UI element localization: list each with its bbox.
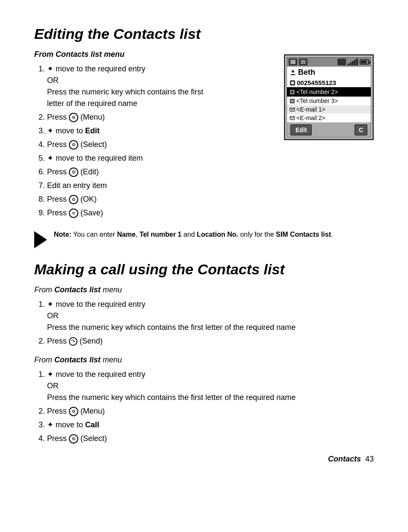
- step-5: ✦ move to the required item: [47, 153, 267, 164]
- s2b-step-1: ✦ move to the required entry OR Press th…: [47, 369, 374, 403]
- note-name: Name: [117, 231, 136, 238]
- entry-tel3: <Tel number 3>: [296, 97, 338, 104]
- nav-icon-3: ✦: [47, 126, 53, 135]
- entry-email2: <E-mail 2>: [296, 115, 325, 121]
- page: Editing the Contacts list From Contacts …: [0, 0, 408, 481]
- s2b-step-1-or: OR: [47, 382, 59, 390]
- nav-icon-s2b-3: ✦: [47, 420, 53, 429]
- bar5: [356, 59, 358, 65]
- phone-c-btn: C: [355, 124, 367, 135]
- phone-entry-email1: <E-mail 1>: [287, 105, 371, 114]
- phone-inner: Beth 00254555123 <Tel number 2> <Tel num…: [287, 57, 371, 138]
- step-1-alt: Press the numeric key which contains the…: [47, 88, 203, 108]
- status-right: [337, 59, 369, 65]
- menu-btn: ⊙: [69, 113, 78, 122]
- phone-entry-tel2: <Tel number 2>: [287, 87, 371, 97]
- call-bold: Call: [85, 420, 99, 429]
- status-icon1: [289, 59, 297, 65]
- s2b-step-4: Press ⊙ (Select): [47, 433, 374, 444]
- nav-icon-1: ✦: [47, 65, 53, 73]
- entry-tel2: <Tel number 2>: [296, 88, 338, 95]
- s2-step-2: Press ↷ (Send): [47, 335, 374, 347]
- step-6: Press ⊙ (Edit): [47, 166, 267, 178]
- section1-steps: From Contacts list menu ✦ move to the re…: [34, 50, 267, 221]
- bar4: [354, 60, 356, 65]
- nav-icon-s2-1: ✦: [47, 300, 53, 309]
- section2-title: Making a call using the Contacts list: [34, 261, 374, 278]
- nav-icon-s2b-1: ✦: [47, 370, 53, 379]
- note-tel: Tel number 1: [139, 231, 181, 238]
- phone-number-row: 00254555123: [287, 78, 371, 87]
- page-footer: Contacts 43: [328, 455, 374, 464]
- step-2: Press ⊙ (Menu): [47, 112, 267, 123]
- s2b-step-3: ✦ move to Call: [47, 419, 374, 431]
- step-4: Press ⊙ (Select): [47, 139, 267, 150]
- bar2: [350, 62, 352, 65]
- status-icon3: [337, 59, 346, 65]
- s2-step-1: ✦ move to the required entry OR Press th…: [47, 299, 374, 333]
- svg-point-0: [292, 70, 294, 73]
- step-8: Press ⊙ (OK): [47, 194, 267, 205]
- footer-label: Contacts: [328, 455, 361, 464]
- ok-btn: ⊙: [69, 195, 78, 204]
- phone-bottom-bar: Edit C: [287, 123, 371, 137]
- note-sim: SIM Contacts list: [276, 231, 331, 238]
- section1-title: Editing the Contacts list: [34, 26, 374, 42]
- signal-bars: [348, 59, 358, 65]
- status-left: [289, 59, 307, 65]
- svg-rect-4: [291, 91, 294, 93]
- note-label: Note:: [54, 231, 71, 238]
- email-icon2: [290, 115, 295, 121]
- step-7: Edit an entry item: [47, 180, 267, 191]
- edit-btn: ⊙: [69, 168, 78, 177]
- s2-step-1-alt: Press the numeric key which contains the…: [47, 323, 296, 332]
- entry-email1: <E-mail 1>: [296, 106, 325, 113]
- save-btn: ⊜: [69, 209, 78, 218]
- phone-status-bar: [287, 57, 371, 67]
- person-icon: [290, 69, 296, 76]
- edit-bold: Edit: [85, 126, 100, 135]
- s2b-step-2: Press ⊙ (Menu): [47, 406, 374, 417]
- battery-icon: [360, 59, 369, 65]
- section2: Making a call using the Contacts list Fr…: [34, 261, 374, 444]
- section1-from-menu: From Contacts list menu: [34, 50, 267, 59]
- note-loc: Location No.: [197, 231, 238, 238]
- section2-sub2-steps: ✦ move to the required entry OR Press th…: [34, 369, 374, 444]
- nav-icon-5: ✦: [47, 154, 53, 162]
- note-box: Note: You can enter Name, Tel number 1 a…: [34, 229, 374, 248]
- s2b-step-1-alt: Press the numeric key which contains the…: [47, 393, 296, 402]
- note-text: Note: You can enter Name, Tel number 1 a…: [54, 229, 333, 240]
- svg-rect-6: [291, 100, 294, 102]
- section2-sub1-steps: ✦ move to the required entry OR Press th…: [34, 299, 374, 347]
- phone-icon3: [290, 98, 295, 104]
- menu-btn2: ⊙: [69, 407, 78, 416]
- bar3: [352, 61, 354, 65]
- phone-entry-email2: <E-mail 2>: [287, 114, 371, 122]
- status-icon2: [299, 59, 307, 65]
- footer-page: 43: [365, 455, 374, 464]
- phone-name: Beth: [298, 68, 315, 77]
- step-3: ✦ move to Edit: [47, 125, 267, 137]
- section2-sub2-from-menu: From Contacts list menu: [34, 356, 374, 364]
- note-arrow-icon: [34, 231, 47, 248]
- phone-name-row: Beth: [287, 67, 371, 78]
- from-menu-bold: From Contacts list menu: [34, 50, 124, 59]
- phone-edit-btn: Edit: [290, 124, 312, 135]
- bar1: [348, 64, 349, 65]
- phone-entry-tel3: <Tel number 3>: [287, 97, 371, 105]
- nav-icon-2: Press ⊙ (Menu): [47, 113, 105, 121]
- send-btn: ↷: [69, 337, 77, 346]
- phone-screenshot: Beth 00254555123 <Tel number 2> <Tel num…: [284, 54, 374, 140]
- phone-number: 00254555123: [297, 79, 336, 86]
- section2-sub1-from-menu: From Contacts list menu: [34, 285, 374, 294]
- section1-step-list: ✦ move to the required entry OR Press th…: [34, 63, 267, 219]
- step-1-or: OR: [47, 76, 59, 85]
- step-9: Press ⊜ (Save): [47, 207, 267, 219]
- phone-icon2: [290, 89, 295, 95]
- select-btn: ⊙: [69, 140, 78, 150]
- s2-step-1-or: OR: [47, 312, 59, 320]
- svg-rect-2: [291, 82, 294, 84]
- section1-content: From Contacts list menu ✦ move to the re…: [34, 50, 374, 221]
- battery-fill: [361, 61, 367, 63]
- email-icon1: [290, 107, 295, 112]
